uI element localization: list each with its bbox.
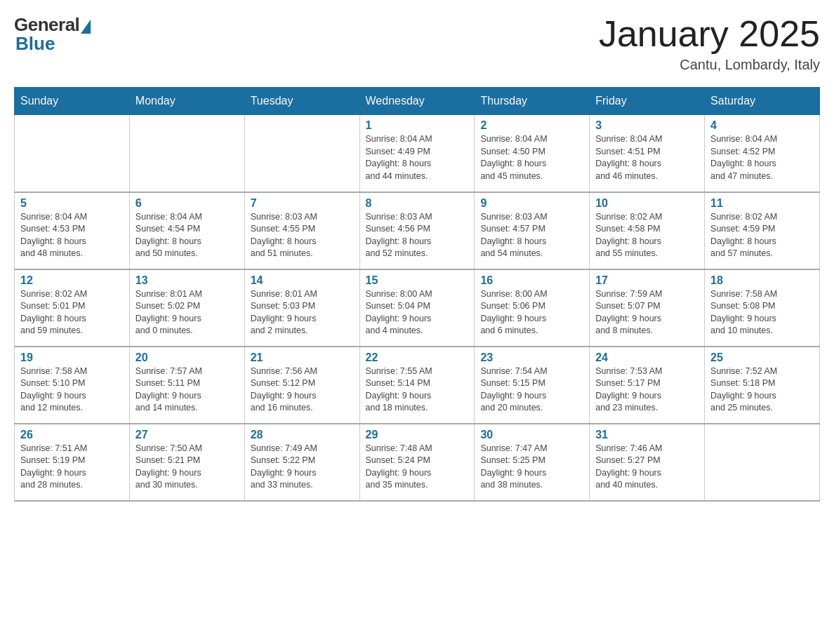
calendar-cell: 23Sunrise: 7:54 AM Sunset: 5:15 PM Dayli… — [475, 347, 590, 424]
day-info: Sunrise: 7:49 AM Sunset: 5:22 PM Dayligh… — [251, 443, 354, 492]
day-number: 14 — [251, 274, 354, 287]
week-row-2: 5Sunrise: 8:04 AM Sunset: 4:53 PM Daylig… — [15, 192, 820, 269]
day-number: 8 — [366, 197, 469, 210]
day-info: Sunrise: 8:03 AM Sunset: 4:56 PM Dayligh… — [366, 211, 469, 260]
calendar-cell — [15, 115, 130, 192]
day-info: Sunrise: 7:54 AM Sunset: 5:15 PM Dayligh… — [480, 365, 583, 415]
calendar-cell: 13Sunrise: 8:01 AM Sunset: 5:02 PM Dayli… — [129, 269, 244, 347]
day-info: Sunrise: 7:52 AM Sunset: 5:18 PM Dayligh… — [710, 365, 814, 415]
day-info: Sunrise: 8:00 AM Sunset: 5:04 PM Dayligh… — [366, 288, 469, 337]
day-info: Sunrise: 8:02 AM Sunset: 4:59 PM Dayligh… — [710, 211, 814, 260]
day-number: 15 — [366, 274, 469, 287]
day-info: Sunrise: 8:02 AM Sunset: 4:58 PM Dayligh… — [595, 211, 699, 260]
week-row-4: 19Sunrise: 7:58 AM Sunset: 5:10 PM Dayli… — [15, 347, 820, 424]
calendar-cell: 11Sunrise: 8:02 AM Sunset: 4:59 PM Dayli… — [705, 192, 820, 269]
day-info: Sunrise: 7:56 AM Sunset: 5:12 PM Dayligh… — [251, 365, 354, 415]
calendar-cell: 4Sunrise: 8:04 AM Sunset: 4:52 PM Daylig… — [705, 115, 820, 192]
day-number: 2 — [480, 119, 583, 132]
header-tuesday: Tuesday — [244, 88, 359, 115]
calendar-cell: 20Sunrise: 7:57 AM Sunset: 5:11 PM Dayli… — [129, 347, 244, 424]
header-monday: Monday — [129, 88, 244, 115]
day-info: Sunrise: 7:46 AM Sunset: 5:27 PM Dayligh… — [595, 443, 699, 492]
header-thursday: Thursday — [475, 88, 590, 115]
calendar-cell: 12Sunrise: 8:02 AM Sunset: 5:01 PM Dayli… — [15, 269, 130, 347]
calendar-cell: 24Sunrise: 7:53 AM Sunset: 5:17 PM Dayli… — [590, 347, 705, 424]
calendar-cell: 5Sunrise: 8:04 AM Sunset: 4:53 PM Daylig… — [15, 192, 130, 269]
day-number: 22 — [366, 351, 469, 364]
day-number: 19 — [20, 351, 124, 364]
calendar-cell: 2Sunrise: 8:04 AM Sunset: 4:50 PM Daylig… — [475, 115, 590, 192]
day-info: Sunrise: 7:58 AM Sunset: 5:10 PM Dayligh… — [20, 365, 124, 415]
day-info: Sunrise: 7:53 AM Sunset: 5:17 PM Dayligh… — [595, 365, 699, 415]
day-number: 9 — [480, 197, 583, 210]
calendar-cell: 3Sunrise: 8:04 AM Sunset: 4:51 PM Daylig… — [590, 115, 705, 192]
week-row-5: 26Sunrise: 7:51 AM Sunset: 5:19 PM Dayli… — [15, 424, 820, 501]
calendar-cell: 15Sunrise: 8:00 AM Sunset: 5:04 PM Dayli… — [359, 269, 475, 347]
day-info: Sunrise: 7:48 AM Sunset: 5:24 PM Dayligh… — [366, 443, 469, 492]
day-info: Sunrise: 7:57 AM Sunset: 5:11 PM Dayligh… — [135, 365, 239, 415]
day-info: Sunrise: 7:58 AM Sunset: 5:08 PM Dayligh… — [710, 288, 814, 337]
calendar-cell: 1Sunrise: 8:04 AM Sunset: 4:49 PM Daylig… — [359, 115, 475, 192]
days-of-week-row: SundayMondayTuesdayWednesdayThursdayFrid… — [15, 88, 820, 115]
day-number: 28 — [251, 429, 354, 441]
day-number: 1 — [366, 119, 469, 132]
calendar-cell: 10Sunrise: 8:02 AM Sunset: 4:58 PM Dayli… — [590, 192, 705, 269]
calendar-cell: 21Sunrise: 7:56 AM Sunset: 5:12 PM Dayli… — [244, 347, 359, 424]
header-wednesday: Wednesday — [359, 88, 475, 115]
calendar-cell: 14Sunrise: 8:01 AM Sunset: 5:03 PM Dayli… — [244, 269, 359, 347]
day-info: Sunrise: 8:02 AM Sunset: 5:01 PM Dayligh… — [20, 288, 124, 337]
calendar-cell: 22Sunrise: 7:55 AM Sunset: 5:14 PM Dayli… — [359, 347, 475, 424]
day-number: 26 — [20, 429, 124, 441]
day-info: Sunrise: 8:01 AM Sunset: 5:03 PM Dayligh… — [251, 288, 354, 337]
day-number: 25 — [710, 351, 814, 364]
header-friday: Friday — [590, 88, 705, 115]
calendar-cell: 29Sunrise: 7:48 AM Sunset: 5:24 PM Dayli… — [359, 424, 475, 501]
day-info: Sunrise: 8:03 AM Sunset: 4:57 PM Dayligh… — [480, 211, 583, 260]
month-title: January 2025 — [599, 14, 820, 54]
day-number: 13 — [135, 274, 239, 287]
day-number: 18 — [710, 274, 814, 287]
day-info: Sunrise: 8:04 AM Sunset: 4:53 PM Dayligh… — [20, 211, 124, 260]
calendar-cell: 6Sunrise: 8:04 AM Sunset: 4:54 PM Daylig… — [129, 192, 244, 269]
calendar-cell: 27Sunrise: 7:50 AM Sunset: 5:21 PM Dayli… — [129, 424, 244, 501]
calendar-cell: 19Sunrise: 7:58 AM Sunset: 5:10 PM Dayli… — [15, 347, 130, 424]
day-info: Sunrise: 7:59 AM Sunset: 5:07 PM Dayligh… — [595, 288, 699, 337]
calendar-cell: 9Sunrise: 8:03 AM Sunset: 4:57 PM Daylig… — [475, 192, 590, 269]
calendar-header: SundayMondayTuesdayWednesdayThursdayFrid… — [15, 88, 820, 115]
calendar-table: SundayMondayTuesdayWednesdayThursdayFrid… — [14, 87, 820, 502]
day-info: Sunrise: 7:51 AM Sunset: 5:19 PM Dayligh… — [20, 443, 124, 492]
calendar-cell: 18Sunrise: 7:58 AM Sunset: 5:08 PM Dayli… — [705, 269, 820, 347]
day-info: Sunrise: 7:50 AM Sunset: 5:21 PM Dayligh… — [135, 443, 239, 492]
day-info: Sunrise: 8:04 AM Sunset: 4:49 PM Dayligh… — [366, 133, 469, 182]
location: Cantu, Lombardy, Italy — [599, 57, 820, 73]
day-number: 12 — [20, 274, 124, 287]
calendar-cell: 8Sunrise: 8:03 AM Sunset: 4:56 PM Daylig… — [359, 192, 475, 269]
day-number: 10 — [595, 197, 699, 210]
day-number: 5 — [20, 197, 124, 210]
week-row-1: 1Sunrise: 8:04 AM Sunset: 4:49 PM Daylig… — [15, 115, 820, 192]
day-number: 24 — [595, 351, 699, 364]
day-number: 21 — [251, 351, 354, 364]
day-info: Sunrise: 8:04 AM Sunset: 4:51 PM Dayligh… — [595, 133, 699, 182]
logo-blue-text: Blue — [14, 33, 55, 55]
logo: General Blue — [14, 14, 91, 55]
day-info: Sunrise: 7:47 AM Sunset: 5:25 PM Dayligh… — [480, 443, 583, 492]
day-number: 16 — [480, 274, 583, 287]
day-info: Sunrise: 8:04 AM Sunset: 4:52 PM Dayligh… — [710, 133, 814, 182]
calendar-cell — [244, 115, 359, 192]
week-row-3: 12Sunrise: 8:02 AM Sunset: 5:01 PM Dayli… — [15, 269, 820, 347]
calendar-cell: 31Sunrise: 7:46 AM Sunset: 5:27 PM Dayli… — [590, 424, 705, 501]
calendar-body: 1Sunrise: 8:04 AM Sunset: 4:49 PM Daylig… — [15, 115, 820, 501]
day-info: Sunrise: 7:55 AM Sunset: 5:14 PM Dayligh… — [366, 365, 469, 415]
day-number: 7 — [251, 197, 354, 210]
day-number: 27 — [135, 429, 239, 441]
calendar-cell: 26Sunrise: 7:51 AM Sunset: 5:19 PM Dayli… — [15, 424, 130, 501]
calendar-cell: 30Sunrise: 7:47 AM Sunset: 5:25 PM Dayli… — [475, 424, 590, 501]
title-area: January 2025 Cantu, Lombardy, Italy — [599, 14, 820, 73]
day-number: 23 — [480, 351, 583, 364]
calendar-cell: 25Sunrise: 7:52 AM Sunset: 5:18 PM Dayli… — [705, 347, 820, 424]
calendar-cell — [705, 424, 820, 501]
day-number: 4 — [710, 119, 814, 132]
calendar-cell: 16Sunrise: 8:00 AM Sunset: 5:06 PM Dayli… — [475, 269, 590, 347]
day-info: Sunrise: 8:04 AM Sunset: 4:54 PM Dayligh… — [135, 211, 239, 260]
